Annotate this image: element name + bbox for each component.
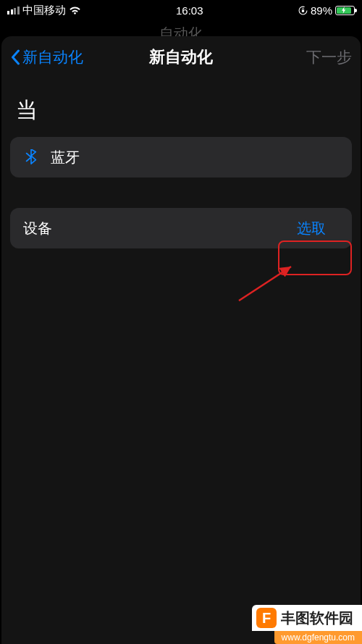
- carrier-name: 中国移动: [22, 4, 66, 17]
- bluetooth-icon: [23, 149, 39, 165]
- battery-icon: [335, 6, 355, 15]
- orientation-lock-icon: [298, 6, 308, 15]
- modal-sheet: 新自动化 新自动化 下一步 当 蓝牙 设备 选取: [1, 36, 361, 644]
- battery-percent: 89%: [311, 4, 332, 17]
- watermark-logo-icon: F: [256, 608, 277, 628]
- section-header-when: 当: [10, 78, 352, 137]
- charging-icon: [341, 7, 347, 14]
- trigger-label: 蓝牙: [51, 148, 339, 167]
- watermark-brand: F 丰图软件园: [252, 605, 362, 631]
- svg-line-2: [239, 267, 291, 301]
- next-button[interactable]: 下一步: [306, 47, 352, 67]
- signal-icon: [7, 7, 20, 14]
- back-button[interactable]: 新自动化: [10, 47, 83, 67]
- select-button[interactable]: 选取: [284, 213, 339, 244]
- status-right: 89%: [298, 4, 355, 17]
- watermark-url: www.dgfengtu.com: [274, 631, 362, 644]
- nav-bar: 新自动化 新自动化 下一步: [10, 36, 352, 78]
- background-sheet-title: 自动化: [0, 20, 362, 35]
- watermark: F 丰图软件园 www.dgfengtu.com: [252, 605, 362, 644]
- chevron-left-icon: [10, 49, 21, 65]
- wifi-icon: [69, 6, 81, 15]
- trigger-row[interactable]: 蓝牙: [10, 137, 352, 177]
- device-row: 设备 选取: [10, 208, 352, 248]
- status-left: 中国移动: [7, 4, 81, 17]
- watermark-brand-text: 丰图软件园: [281, 609, 353, 628]
- status-bar: 中国移动 16:03 89%: [0, 0, 362, 20]
- annotation-arrow: [233, 261, 298, 304]
- back-label: 新自动化: [22, 47, 83, 67]
- svg-rect-1: [302, 9, 304, 12]
- device-label: 设备: [23, 219, 272, 238]
- status-time: 16:03: [176, 4, 203, 17]
